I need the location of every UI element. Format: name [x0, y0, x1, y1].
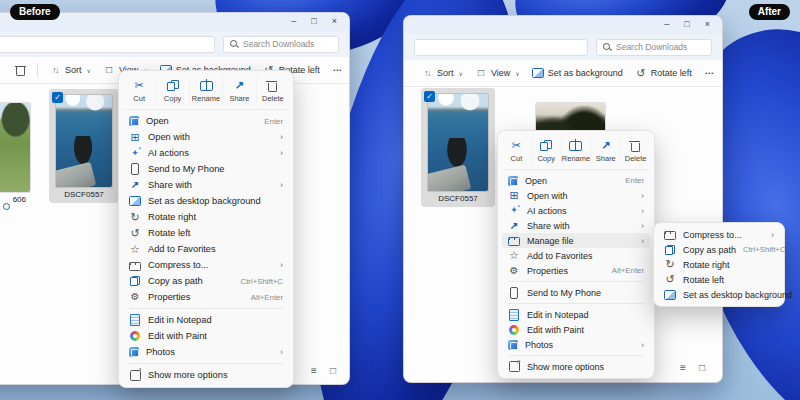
copy-icon [166, 79, 180, 92]
menu-item-photos[interactable]: Photos› [502, 337, 650, 352]
diver-photo-thumbnail [56, 95, 112, 187]
toolbar-sort-button[interactable]: Sort∨ [416, 64, 468, 82]
menu-item-share-with[interactable]: Share with› [502, 218, 650, 233]
toolbar-dots-button[interactable] [699, 64, 721, 82]
menu-item-manage-file[interactable]: Manage file› [502, 233, 650, 248]
cut-quick-action[interactable]: Cut [123, 77, 155, 105]
menu-item-send-to-my-phone[interactable]: Send to My Phone [123, 161, 289, 177]
rename-quick-action[interactable]: Rename [189, 77, 222, 105]
file-checkbox[interactable]: ✓ [52, 92, 63, 103]
open-with-icon [508, 190, 520, 202]
menu-item-shortcut: Enter [264, 117, 283, 126]
titlebar[interactable]: – □ × [404, 16, 722, 34]
trash-icon [629, 139, 643, 152]
close-button[interactable]: × [332, 15, 337, 28]
file-item-606[interactable]: 606 [0, 97, 37, 208]
quick-actions-row: CutCopyRenameShareDelete [502, 135, 650, 170]
menu-item-send-to-my-phone[interactable]: Send to My Phone [502, 285, 650, 300]
image-icon [664, 289, 676, 301]
toolbar-label: Sort [437, 68, 454, 78]
menu-item-ai-actions[interactable]: AI actions› [502, 203, 650, 218]
dots-icon [704, 67, 716, 79]
menu-item-edit-with-paint[interactable]: Edit with Paint [502, 322, 650, 337]
thumbnail-view-toggle-icon[interactable] [696, 362, 708, 374]
toolbar-view-button[interactable]: View∨ [470, 64, 525, 82]
menu-item-compress-to[interactable]: Compress to...› [123, 257, 289, 273]
list-view-toggle-icon[interactable] [308, 365, 320, 377]
menu-item-edit-with-paint[interactable]: Edit with Paint [123, 328, 289, 344]
menu-item-set-as-desktop-background[interactable]: Set as desktop background [658, 287, 780, 302]
copy-icon [539, 139, 553, 152]
sort-icon [49, 64, 61, 76]
menu-item-rotate-left[interactable]: Rotate left [658, 272, 780, 287]
manage-icon [508, 235, 520, 247]
close-button[interactable]: × [705, 18, 710, 31]
menu-item-label: Properties [527, 266, 605, 276]
delete-quick-action[interactable]: Delete [620, 137, 650, 165]
rename-quick-action[interactable]: Rename [561, 137, 591, 165]
share-quick-action[interactable]: Share [222, 77, 255, 105]
file-item-dscf0557[interactable]: ✓DSCF0557 [49, 89, 119, 203]
toolbar-rotate-left-button[interactable]: Rotate left [630, 64, 697, 82]
thumbnail-view-toggle-icon[interactable] [327, 365, 339, 377]
menu-item-ai-actions[interactable]: AI actions› [123, 145, 289, 161]
toolbar-label: Set as background [548, 68, 623, 78]
menu-item-label: Compress to... [683, 230, 764, 240]
menu-item-label: Manage file [527, 236, 634, 246]
file-checkbox[interactable]: ✓ [424, 91, 435, 102]
quick-actions-row: CutCopyRenameShareDelete [123, 75, 289, 110]
menu-item-photos[interactable]: Photos› [123, 344, 289, 360]
menu-item-properties[interactable]: PropertiesAlt+Enter [123, 289, 289, 305]
menu-item-show-more-options[interactable]: Show more options [123, 367, 289, 383]
menu-item-properties[interactable]: PropertiesAlt+Enter [502, 263, 650, 278]
search-input[interactable]: Search Downloads [223, 36, 339, 53]
dots-icon [332, 64, 344, 76]
address-bar[interactable]: s [0, 36, 215, 53]
menu-item-compress-to[interactable]: Compress to...› [658, 227, 780, 242]
menu-item-open-with[interactable]: Open with› [123, 129, 289, 145]
menu-item-edit-in-notepad[interactable]: Edit in Notepad [123, 312, 289, 328]
delete-quick-action[interactable]: Delete [256, 77, 289, 105]
toolbar-set-as-background-button[interactable]: Set as background [527, 64, 628, 82]
minimize-button[interactable]: – [664, 18, 669, 31]
menu-separator [129, 363, 283, 364]
menu-item-label: Open with [148, 132, 273, 142]
maximize-button[interactable]: □ [684, 18, 689, 31]
menu-item-open[interactable]: OpenEnter [502, 173, 650, 188]
cut-quick-action[interactable]: Cut [502, 137, 531, 165]
file-name-label: DSCF0557 [64, 190, 104, 199]
search-input[interactable]: Search Downloads [596, 39, 712, 56]
menu-item-label: Share with [527, 221, 634, 231]
share-quick-action[interactable]: Share [590, 137, 620, 165]
menu-item-rotate-right[interactable]: Rotate right [658, 257, 780, 272]
minimize-button[interactable]: – [291, 15, 296, 28]
menu-item-rotate-left[interactable]: Rotate left [123, 225, 289, 241]
menu-item-copy-as-path[interactable]: Copy as pathCtrl+Shift+C [123, 273, 289, 289]
file-item-dscf0557[interactable]: ✓DSCF0557 [421, 88, 495, 207]
copy-quick-action[interactable]: Copy [531, 137, 561, 165]
menu-item-add-to-favorites[interactable]: Add to Favorites [502, 248, 650, 263]
menu-item-open[interactable]: OpenEnter [123, 113, 289, 129]
menu-item-label: Copy as path [683, 245, 736, 255]
search-placeholder: Search Downloads [616, 42, 687, 52]
maximize-button[interactable]: □ [311, 15, 316, 28]
zip-icon [664, 229, 676, 241]
menu-separator [508, 355, 644, 356]
menu-item-show-more-options[interactable]: Show more options [502, 359, 650, 374]
menu-item-share-with[interactable]: Share with› [123, 177, 289, 193]
paint-icon [508, 324, 520, 336]
menu-item-copy-as-path[interactable]: Copy as pathCtrl+Shift+C [658, 242, 780, 257]
menu-item-add-to-favorites[interactable]: Add to Favorites [123, 241, 289, 257]
list-view-toggle-icon[interactable] [677, 362, 689, 374]
menu-item-edit-in-notepad[interactable]: Edit in Notepad [502, 307, 650, 322]
copy-quick-action[interactable]: Copy [155, 77, 188, 105]
menu-item-open-with[interactable]: Open with› [502, 188, 650, 203]
toolbar-trash-button[interactable] [9, 61, 31, 79]
toolbar-sort-button[interactable]: Sort∨ [44, 61, 96, 79]
menu-item-rotate-right[interactable]: Rotate right [123, 209, 289, 225]
toolbar-dots-button[interactable] [327, 61, 349, 79]
address-bar[interactable] [414, 39, 588, 56]
notepad-icon [508, 309, 520, 321]
menu-item-set-as-desktop-background[interactable]: Set as desktop background [123, 193, 289, 209]
file-name-label: DSCF0557 [438, 194, 478, 203]
